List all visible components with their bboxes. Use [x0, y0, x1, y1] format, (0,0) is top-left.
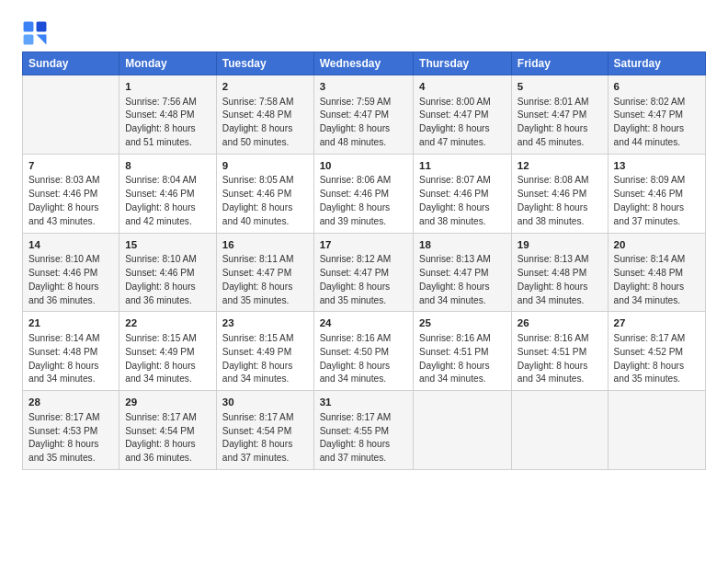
day-number: 12: [518, 158, 602, 174]
calendar-cell: 2Sunrise: 7:58 AM Sunset: 4:48 PM Daylig…: [216, 75, 313, 155]
day-number: 23: [222, 316, 308, 331]
svg-rect-2: [24, 35, 34, 45]
day-info: Sunrise: 8:07 AM Sunset: 4:46 PM Dayligh…: [419, 174, 506, 228]
calendar-cell: 18Sunrise: 8:13 AM Sunset: 4:47 PM Dayli…: [414, 233, 512, 312]
day-number: 4: [419, 79, 506, 95]
day-info: Sunrise: 7:56 AM Sunset: 4:48 PM Dayligh…: [125, 96, 210, 150]
day-number: 30: [222, 395, 308, 410]
calendar-cell: 9Sunrise: 8:05 AM Sunset: 4:46 PM Daylig…: [216, 154, 313, 233]
day-number: 1: [125, 79, 210, 95]
day-number: 28: [28, 395, 113, 410]
day-info: Sunrise: 8:14 AM Sunset: 4:48 PM Dayligh…: [28, 332, 113, 386]
week-row-0: 1Sunrise: 7:56 AM Sunset: 4:48 PM Daylig…: [23, 75, 706, 155]
calendar-cell: [511, 391, 608, 470]
calendar-cell: 20Sunrise: 8:14 AM Sunset: 4:48 PM Dayli…: [608, 233, 705, 312]
calendar-cell: 30Sunrise: 8:17 AM Sunset: 4:54 PM Dayli…: [216, 391, 313, 470]
calendar-table: SundayMondayTuesdayWednesdayThursdayFrid…: [22, 52, 706, 470]
calendar-cell: 15Sunrise: 8:10 AM Sunset: 4:46 PM Dayli…: [119, 233, 217, 312]
day-number: 2: [222, 79, 308, 95]
calendar-cell: 6Sunrise: 8:02 AM Sunset: 4:47 PM Daylig…: [608, 75, 705, 155]
logo: [22, 20, 51, 46]
col-header-friday: Friday: [511, 52, 608, 75]
header: [22, 17, 706, 46]
calendar-cell: 5Sunrise: 8:01 AM Sunset: 4:47 PM Daylig…: [511, 75, 608, 155]
calendar-cell: 22Sunrise: 8:15 AM Sunset: 4:49 PM Dayli…: [119, 312, 217, 391]
week-row-3: 21Sunrise: 8:14 AM Sunset: 4:48 PM Dayli…: [23, 312, 706, 391]
day-number: 5: [518, 79, 602, 95]
week-row-2: 14Sunrise: 8:10 AM Sunset: 4:46 PM Dayli…: [23, 233, 706, 312]
day-number: 31: [320, 395, 407, 410]
day-info: Sunrise: 8:08 AM Sunset: 4:46 PM Dayligh…: [518, 174, 602, 228]
day-number: 13: [614, 158, 700, 174]
day-number: 21: [28, 316, 113, 331]
week-row-4: 28Sunrise: 8:17 AM Sunset: 4:53 PM Dayli…: [23, 391, 706, 470]
day-number: 7: [28, 158, 113, 174]
col-header-sunday: Sunday: [23, 52, 119, 75]
day-info: Sunrise: 8:13 AM Sunset: 4:48 PM Dayligh…: [518, 253, 602, 307]
page-container: SundayMondayTuesdayWednesdayThursdayFrid…: [0, 0, 728, 479]
calendar-cell: 13Sunrise: 8:09 AM Sunset: 4:46 PM Dayli…: [608, 154, 705, 233]
day-info: Sunrise: 8:03 AM Sunset: 4:46 PM Dayligh…: [28, 174, 113, 228]
day-number: 27: [614, 316, 700, 331]
calendar-cell: 1Sunrise: 7:56 AM Sunset: 4:48 PM Daylig…: [119, 75, 217, 155]
day-info: Sunrise: 8:16 AM Sunset: 4:51 PM Dayligh…: [419, 332, 506, 386]
logo-icon: [22, 20, 48, 46]
day-info: Sunrise: 7:59 AM Sunset: 4:47 PM Dayligh…: [320, 96, 407, 150]
calendar-cell: [608, 391, 705, 470]
day-info: Sunrise: 8:04 AM Sunset: 4:46 PM Dayligh…: [125, 174, 210, 228]
week-row-1: 7Sunrise: 8:03 AM Sunset: 4:46 PM Daylig…: [23, 154, 706, 233]
day-info: Sunrise: 8:16 AM Sunset: 4:50 PM Dayligh…: [320, 332, 407, 386]
calendar-cell: 17Sunrise: 8:12 AM Sunset: 4:47 PM Dayli…: [313, 233, 413, 312]
day-info: Sunrise: 8:01 AM Sunset: 4:47 PM Dayligh…: [518, 96, 602, 150]
day-number: 9: [222, 158, 308, 174]
day-info: Sunrise: 8:06 AM Sunset: 4:46 PM Dayligh…: [320, 174, 407, 228]
calendar-cell: 11Sunrise: 8:07 AM Sunset: 4:46 PM Dayli…: [414, 154, 512, 233]
calendar-cell: 28Sunrise: 8:17 AM Sunset: 4:53 PM Dayli…: [23, 391, 119, 470]
calendar-cell: 4Sunrise: 8:00 AM Sunset: 4:47 PM Daylig…: [414, 75, 512, 155]
calendar-cell: 25Sunrise: 8:16 AM Sunset: 4:51 PM Dayli…: [414, 312, 512, 391]
svg-marker-3: [37, 35, 47, 45]
day-info: Sunrise: 8:10 AM Sunset: 4:46 PM Dayligh…: [125, 253, 210, 307]
header-row: SundayMondayTuesdayWednesdayThursdayFrid…: [23, 52, 706, 75]
day-info: Sunrise: 8:11 AM Sunset: 4:47 PM Dayligh…: [222, 253, 308, 307]
day-number: 17: [320, 237, 407, 253]
calendar-cell: 23Sunrise: 8:15 AM Sunset: 4:49 PM Dayli…: [216, 312, 313, 391]
day-number: 14: [28, 237, 113, 253]
col-header-thursday: Thursday: [414, 52, 512, 75]
day-number: 19: [518, 237, 602, 253]
day-info: Sunrise: 8:17 AM Sunset: 4:54 PM Dayligh…: [222, 411, 308, 465]
day-number: 18: [419, 237, 506, 253]
day-number: 25: [419, 316, 506, 331]
calendar-cell: 21Sunrise: 8:14 AM Sunset: 4:48 PM Dayli…: [23, 312, 119, 391]
day-info: Sunrise: 8:15 AM Sunset: 4:49 PM Dayligh…: [125, 332, 210, 386]
calendar-cell: 12Sunrise: 8:08 AM Sunset: 4:46 PM Dayli…: [511, 154, 608, 233]
day-info: Sunrise: 8:17 AM Sunset: 4:52 PM Dayligh…: [614, 332, 700, 386]
day-number: 3: [320, 79, 407, 95]
calendar-cell: 31Sunrise: 8:17 AM Sunset: 4:55 PM Dayli…: [313, 391, 413, 470]
calendar-cell: 10Sunrise: 8:06 AM Sunset: 4:46 PM Dayli…: [313, 154, 413, 233]
day-number: 15: [125, 237, 210, 253]
calendar-cell: 8Sunrise: 8:04 AM Sunset: 4:46 PM Daylig…: [119, 154, 217, 233]
calendar-cell: 24Sunrise: 8:16 AM Sunset: 4:50 PM Dayli…: [313, 312, 413, 391]
day-number: 24: [320, 316, 407, 331]
day-info: Sunrise: 8:02 AM Sunset: 4:47 PM Dayligh…: [614, 96, 700, 150]
day-info: Sunrise: 8:05 AM Sunset: 4:46 PM Dayligh…: [222, 174, 308, 228]
calendar-cell: 7Sunrise: 8:03 AM Sunset: 4:46 PM Daylig…: [23, 154, 119, 233]
day-number: 22: [125, 316, 210, 331]
day-number: 20: [614, 237, 700, 253]
day-info: Sunrise: 8:14 AM Sunset: 4:48 PM Dayligh…: [614, 253, 700, 307]
svg-rect-0: [24, 22, 34, 32]
day-number: 11: [419, 158, 506, 174]
day-info: Sunrise: 8:09 AM Sunset: 4:46 PM Dayligh…: [614, 174, 700, 228]
day-info: Sunrise: 8:17 AM Sunset: 4:54 PM Dayligh…: [125, 411, 210, 465]
day-number: 10: [320, 158, 407, 174]
col-header-saturday: Saturday: [608, 52, 705, 75]
day-number: 16: [222, 237, 308, 253]
col-header-monday: Monday: [119, 52, 217, 75]
day-info: Sunrise: 8:00 AM Sunset: 4:47 PM Dayligh…: [419, 96, 506, 150]
calendar-cell: 3Sunrise: 7:59 AM Sunset: 4:47 PM Daylig…: [313, 75, 413, 155]
calendar-cell: [414, 391, 512, 470]
col-header-wednesday: Wednesday: [313, 52, 413, 75]
day-number: 8: [125, 158, 210, 174]
day-info: Sunrise: 7:58 AM Sunset: 4:48 PM Dayligh…: [222, 96, 308, 150]
